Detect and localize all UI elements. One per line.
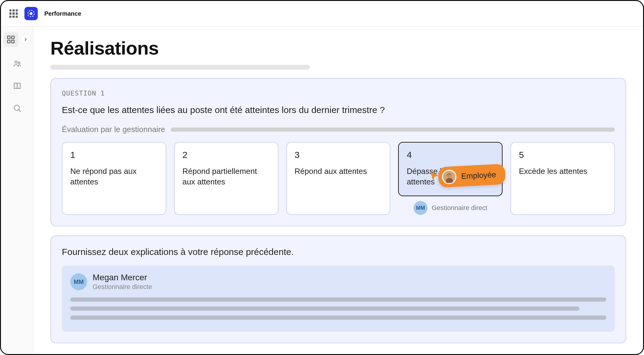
svg-rect-4 (7, 40, 10, 43)
evaluation-divider (171, 127, 615, 132)
svg-point-7 (18, 62, 20, 64)
app-frame: Performance (0, 0, 644, 355)
svg-rect-3 (11, 36, 14, 39)
rating-number: 1 (70, 150, 158, 160)
response-text-placeholder (70, 297, 606, 320)
responder-avatar-initials: MM (70, 273, 87, 290)
explanation-card: Fournissez deux explications à votre rép… (50, 235, 626, 343)
response-block: MM Megan Mercer Gestionnaire directe (62, 265, 615, 332)
manager-avatar-initials: MM (414, 201, 427, 215)
sidebar-dashboard-button[interactable] (3, 32, 18, 47)
rating-text: Excède les attentes (519, 166, 606, 177)
question-card: QUESTION 1 Est-ce que les attentes liées… (50, 78, 626, 226)
question-number-label: QUESTION 1 (62, 90, 615, 97)
employee-chip: Employée (438, 164, 506, 188)
rating-option-2[interactable]: 2 Répond partiellement aux attentes (174, 142, 278, 215)
apps-grid-icon[interactable] (9, 9, 18, 18)
employee-avatar-icon (441, 169, 456, 184)
svg-rect-5 (11, 40, 14, 43)
explanation-prompt: Fournissez deux explications à votre rép… (62, 247, 615, 257)
responder-role: Gestionnaire directe (93, 283, 152, 291)
subtitle-placeholder (50, 65, 310, 70)
manager-selected-tag: MM Gestionnaire direct (398, 201, 503, 215)
rating-text: Ne répond pas aux attentes (70, 166, 158, 187)
app-badge-icon[interactable] (24, 7, 38, 20)
response-header: MM Megan Mercer Gestionnaire directe (70, 273, 606, 291)
layout: Réalisations QUESTION 1 Est-ce que les a… (1, 27, 643, 354)
evaluation-header: Évaluation par le gestionnaire (62, 125, 615, 134)
page-title: Réalisations (50, 37, 626, 59)
sidebar-expand-button[interactable] (20, 34, 31, 45)
topbar: Performance (1, 1, 643, 27)
svg-point-1 (30, 13, 32, 15)
manager-tag-label: Gestionnaire direct (432, 204, 487, 212)
rating-text: Répond aux attentes (295, 166, 382, 177)
rating-option-1[interactable]: 1 Ne répond pas aux attentes (62, 142, 166, 215)
rating-option-4[interactable]: 4 Dépasse légèrement les attentes (398, 142, 503, 196)
question-text: Est-ce que les attentes liées au poste o… (62, 105, 615, 115)
rating-option-3[interactable]: 3 Répond aux attentes (286, 142, 391, 215)
app-name: Performance (44, 10, 81, 17)
evaluation-label: Évaluation par le gestionnaire (62, 125, 165, 134)
responder-name: Megan Mercer (93, 273, 152, 282)
sidebar-people-button[interactable] (13, 59, 22, 69)
svg-point-8 (14, 105, 20, 111)
employee-cursor-overlay: Employée (428, 165, 505, 186)
rating-number: 4 (407, 150, 494, 160)
main-content: Réalisations QUESTION 1 Est-ce que les a… (33, 27, 643, 354)
rating-text: Répond partiellement aux attentes (182, 166, 270, 187)
sidebar-book-button[interactable] (13, 81, 22, 92)
sidebar-search-button[interactable] (13, 104, 22, 114)
svg-line-9 (19, 110, 21, 112)
rating-options: 1 Ne répond pas aux attentes 2 Répond pa… (62, 142, 615, 215)
rating-option-5[interactable]: 5 Excède les attentes (510, 142, 615, 215)
svg-rect-2 (7, 36, 10, 39)
cursor-arrow-icon (428, 169, 441, 182)
rating-number: 5 (519, 150, 606, 160)
employee-chip-label: Employée (461, 170, 496, 181)
svg-point-6 (15, 61, 17, 63)
sidebar (1, 27, 33, 354)
rating-number: 3 (295, 150, 382, 160)
rating-number: 2 (182, 150, 270, 160)
